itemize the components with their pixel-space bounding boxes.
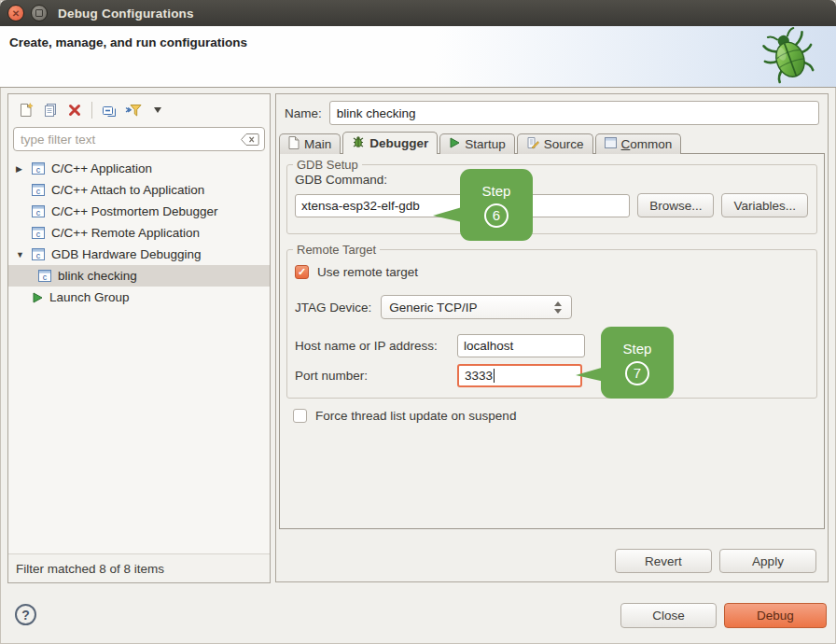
tree-item-cpp-postmortem[interactable]: c C/C++ Postmortem Debugger (8, 201, 270, 222)
browse-button[interactable]: Browse... (637, 193, 714, 217)
tree-item-blink-checking[interactable]: c blink checking (8, 265, 270, 287)
host-input[interactable] (457, 334, 585, 357)
new-configuration-button[interactable] (14, 99, 38, 121)
svg-text:c: c (36, 208, 41, 217)
page-title: Create, manage, and run configurations (9, 35, 247, 49)
tree-item-label: GDB Hardware Debugging (51, 247, 202, 261)
c-project-icon: c (32, 184, 45, 196)
expander-collapsed-icon[interactable] (16, 164, 32, 174)
gdb-command-label: GDB Command: (295, 173, 816, 187)
step-7-callout: Step 7 (601, 327, 674, 399)
revert-button[interactable]: Revert (615, 549, 712, 573)
tab-common[interactable]: Common (595, 133, 682, 154)
configurations-panel: c C/C++ Application c C/C++ Attach to Ap… (7, 93, 271, 583)
tab-debugger[interactable]: Debugger (342, 132, 438, 154)
svg-text:c: c (36, 165, 41, 175)
svg-text:c: c (36, 230, 41, 239)
toolbar-separator (91, 102, 92, 119)
remote-target-legend: Remote Target (293, 243, 380, 257)
port-label: Port number: (295, 369, 457, 383)
configuration-tabs: Main Debugger Startup (279, 132, 683, 154)
startup-tab-play-icon (449, 137, 460, 151)
port-input[interactable] (457, 364, 582, 387)
tree-item-label: C/C++ Remote Application (51, 226, 200, 240)
force-thread-checkbox[interactable] (293, 409, 307, 423)
close-button[interactable]: Close (620, 603, 717, 628)
c-project-icon: c (32, 227, 45, 239)
variables-button[interactable]: Variables... (721, 193, 808, 217)
filter-input[interactable] (13, 127, 265, 151)
c-project-icon: c (32, 248, 45, 260)
collapse-all-button[interactable] (97, 99, 121, 121)
window-titlebar: Debug Configurations (0, 0, 836, 26)
tree-item-launch-group[interactable]: Launch Group (8, 287, 270, 308)
step-6-callout: Step 6 (460, 169, 533, 241)
tree-item-label: C/C++ Application (51, 161, 152, 175)
clear-filter-icon[interactable] (241, 133, 259, 146)
use-remote-target-label: Use remote target (317, 265, 418, 279)
help-button[interactable]: ? (15, 604, 36, 625)
tree-item-cpp-application[interactable]: c C/C++ Application (8, 158, 270, 179)
force-thread-label: Force thread list update on suspend (315, 409, 516, 423)
tree-item-cpp-attach[interactable]: c C/C++ Attach to Application (8, 179, 270, 201)
use-remote-target-checkbox[interactable] (295, 265, 309, 279)
c-project-icon: c (38, 270, 51, 282)
tree-item-label: C/C++ Attach to Application (51, 183, 204, 197)
tree-item-gdb-hardware-debugging[interactable]: c GDB Hardware Debugging (8, 244, 270, 265)
tree-item-cpp-remote[interactable]: c C/C++ Remote Application (8, 222, 270, 244)
svg-text:c: c (36, 251, 41, 260)
callout-tail-icon (576, 367, 605, 382)
main-tab-page-icon (288, 136, 300, 152)
tree-item-label: C/C++ Postmortem Debugger (51, 204, 218, 218)
tab-source[interactable]: Source (517, 133, 593, 154)
jtag-device-select[interactable]: Generic TCP/IP (381, 295, 572, 319)
duplicate-button[interactable] (38, 99, 63, 121)
view-menu-button[interactable] (146, 99, 170, 121)
gdb-setup-legend: GDB Setup (293, 158, 362, 172)
expander-expanded-icon[interactable] (16, 250, 32, 259)
name-input[interactable] (329, 101, 819, 125)
step-number-badge: 6 (484, 203, 509, 228)
gdb-setup-group: GDB Setup GDB Command: Browse... Variabl… (286, 158, 817, 234)
window-restore-icon[interactable] (31, 5, 48, 21)
debugger-tab-content: GDB Setup GDB Command: Browse... Variabl… (279, 153, 825, 529)
source-tab-icon (526, 136, 539, 152)
spinner-arrows-icon (554, 301, 562, 314)
host-label: Host name or IP address: (295, 339, 457, 353)
svg-text:c: c (43, 273, 48, 282)
filter-status-text: Filter matched 8 of 8 items (8, 553, 270, 582)
tree-item-label: Launch Group (49, 290, 130, 304)
apply-button[interactable]: Apply (719, 549, 816, 573)
tab-main[interactable]: Main (279, 133, 341, 154)
text-cursor (494, 369, 495, 383)
svg-text:c: c (36, 187, 41, 196)
remote-target-group: Remote Target Use remote target JTAG Dev… (286, 243, 817, 399)
common-tab-window-icon (605, 137, 617, 151)
callout-tail-icon (433, 207, 462, 222)
filter-button[interactable] (121, 99, 146, 121)
delete-button[interactable] (63, 99, 87, 121)
name-label: Name: (285, 106, 322, 120)
launch-group-play-icon (32, 292, 43, 303)
bug-icon (759, 27, 819, 90)
debugger-tab-bug-icon (352, 135, 365, 151)
configuration-tree: c C/C++ Application c C/C++ Attach to Ap… (8, 158, 270, 308)
dialog-header: Create, manage, and run configurations (0, 26, 836, 88)
configurations-toolbar (8, 94, 270, 124)
window-close-icon[interactable] (7, 5, 24, 21)
tree-item-label: blink checking (58, 269, 137, 283)
chevron-down-icon (154, 107, 161, 113)
debug-button[interactable]: Debug (724, 603, 827, 628)
configuration-detail-panel: Name: Main Debugger Sta (275, 93, 829, 582)
c-project-icon: c (32, 162, 45, 175)
step-number-badge: 7 (625, 361, 649, 385)
jtag-device-label: JTAG Device: (295, 301, 371, 315)
window-title: Debug Configurations (58, 7, 194, 21)
c-project-icon: c (32, 205, 45, 217)
tab-startup[interactable]: Startup (439, 133, 515, 154)
